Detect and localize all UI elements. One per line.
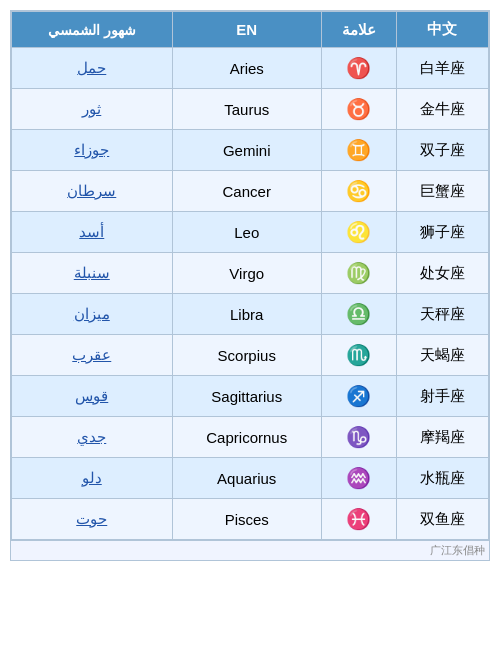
table-row: ميزانLibra♎天秤座 <box>12 294 489 335</box>
table-header: شهور الشمسي EN علامة 中文 <box>12 12 489 48</box>
cell-symbol: ♒ <box>321 458 396 499</box>
cell-chinese: 金牛座 <box>396 89 488 130</box>
cell-symbol: ♊ <box>321 130 396 171</box>
cell-english: Sagittarius <box>172 376 321 417</box>
cell-chinese: 白羊座 <box>396 48 488 89</box>
table-row: ثورTaurus♉金牛座 <box>12 89 489 130</box>
cell-arabic[interactable]: عقرب <box>12 335 173 376</box>
cell-english: Aquarius <box>172 458 321 499</box>
cell-arabic[interactable]: أسد <box>12 212 173 253</box>
cell-chinese: 狮子座 <box>396 212 488 253</box>
table-row: دلوAquarius♒水瓶座 <box>12 458 489 499</box>
cell-arabic[interactable]: سنبلة <box>12 253 173 294</box>
table-row: قوسSagittarius♐射手座 <box>12 376 489 417</box>
cell-chinese: 射手座 <box>396 376 488 417</box>
cell-english: Gemini <box>172 130 321 171</box>
watermark-text: 广江东倡种 <box>11 540 489 560</box>
cell-english: Virgo <box>172 253 321 294</box>
cell-arabic[interactable]: سرطان <box>12 171 173 212</box>
cell-chinese: 巨蟹座 <box>396 171 488 212</box>
cell-english: Leo <box>172 212 321 253</box>
cell-chinese: 天蝎座 <box>396 335 488 376</box>
table-row: سرطانCancer♋巨蟹座 <box>12 171 489 212</box>
cell-arabic[interactable]: جوزاء <box>12 130 173 171</box>
table-row: عقربScorpius♏天蝎座 <box>12 335 489 376</box>
cell-symbol: ♑ <box>321 417 396 458</box>
cell-symbol: ♌ <box>321 212 396 253</box>
cell-english: Scorpius <box>172 335 321 376</box>
table-row: جوزاءGemini♊双子座 <box>12 130 489 171</box>
cell-arabic[interactable]: حمل <box>12 48 173 89</box>
cell-arabic[interactable]: حوت <box>12 499 173 540</box>
cell-chinese: 双鱼座 <box>396 499 488 540</box>
cell-arabic[interactable]: قوس <box>12 376 173 417</box>
cell-chinese: 摩羯座 <box>396 417 488 458</box>
cell-english: Cancer <box>172 171 321 212</box>
cell-chinese: 水瓶座 <box>396 458 488 499</box>
cell-symbol: ♈ <box>321 48 396 89</box>
cell-arabic[interactable]: جدي <box>12 417 173 458</box>
cell-arabic[interactable]: دلو <box>12 458 173 499</box>
table-row: أسدLeo♌狮子座 <box>12 212 489 253</box>
cell-symbol: ♐ <box>321 376 396 417</box>
cell-symbol: ♓ <box>321 499 396 540</box>
cell-symbol: ♎ <box>321 294 396 335</box>
header-en: EN <box>172 12 321 48</box>
table-row: حوتPisces♓双鱼座 <box>12 499 489 540</box>
cell-chinese: 双子座 <box>396 130 488 171</box>
cell-arabic[interactable]: ثور <box>12 89 173 130</box>
cell-english: Libra <box>172 294 321 335</box>
header-chinese: 中文 <box>396 12 488 48</box>
cell-chinese: 天秤座 <box>396 294 488 335</box>
cell-english: Aries <box>172 48 321 89</box>
cell-symbol: ♏ <box>321 335 396 376</box>
cell-english: Taurus <box>172 89 321 130</box>
cell-symbol: ♋ <box>321 171 396 212</box>
table-row: جديCapricornus♑摩羯座 <box>12 417 489 458</box>
cell-symbol: ♍ <box>321 253 396 294</box>
cell-symbol: ♉ <box>321 89 396 130</box>
cell-arabic[interactable]: ميزان <box>12 294 173 335</box>
zodiac-table: شهور الشمسي EN علامة 中文 حملAries♈白羊座ثورT… <box>10 10 490 561</box>
cell-english: Capricornus <box>172 417 321 458</box>
table-row: حملAries♈白羊座 <box>12 48 489 89</box>
cell-chinese: 处女座 <box>396 253 488 294</box>
header-symbol: علامة <box>321 12 396 48</box>
cell-english: Pisces <box>172 499 321 540</box>
table-row: سنبلةVirgo♍处女座 <box>12 253 489 294</box>
header-arabic: شهور الشمسي <box>12 12 173 48</box>
